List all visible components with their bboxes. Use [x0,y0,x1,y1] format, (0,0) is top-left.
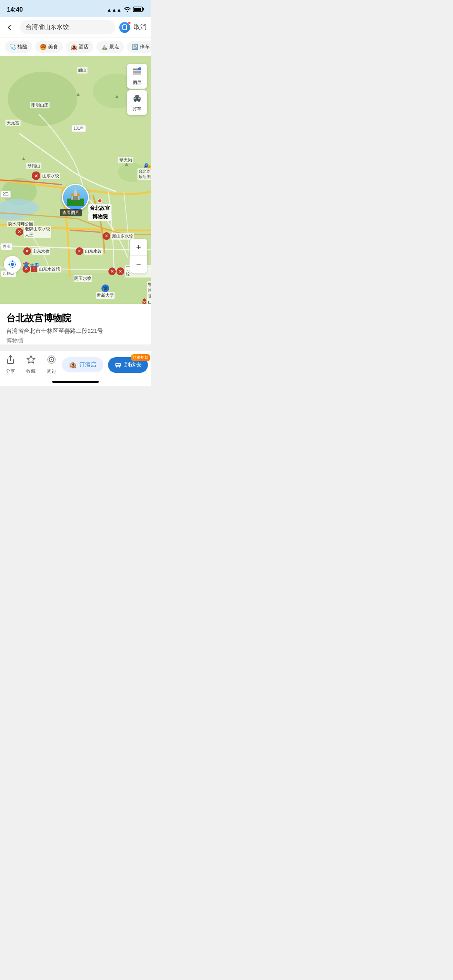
svg-point-39 [51,359,52,360]
voice-icon [119,22,130,33]
wifi-icon [124,7,131,13]
poi-shandong-main[interactable]: ✕ 山东水饺 [32,171,60,180]
taxi-label: 打车 [133,106,141,112]
zoom-out-button[interactable]: − [130,256,147,273]
search-bar: 台湾省山东水饺 取消 [0,17,151,38]
zoom-in-button[interactable]: + [130,239,147,256]
search-text: 台湾省山东水饺 [26,23,110,31]
taxi-button[interactable]: 打车 [127,90,147,115]
tab-tingche[interactable]: 🅿️ 停车 [127,41,151,53]
book-label: 订酒店 [79,361,96,368]
map-right-panel: ! 图层 打车 [127,64,147,115]
tab-jingdian[interactable]: ⛰️ 景点 [96,41,124,53]
collect-button[interactable]: 收藏 [21,355,41,375]
map-photo-label[interactable]: 查看图片 [60,209,82,216]
poi-aowan: 台北奥万大乐活庄园 [137,168,151,180]
road-2yi: 2乙 [1,191,11,198]
svg-point-35 [28,263,29,265]
detail-title: 台北故宫博物院 [6,312,145,324]
road-101: 101甲 [72,125,86,132]
location-icon [8,260,17,269]
svg-rect-49 [116,364,118,365]
poi-shandong2[interactable]: ✕ 山东水饺 [23,247,50,255]
luzha-icon: ✕ [142,298,146,304]
poi-shixin-label: 世新大学 [96,292,115,299]
shandong3-icon: ✕ [76,247,83,255]
layers-button[interactable]: ! 图层 [127,64,147,89]
back-arrow-icon [8,24,13,30]
status-bar: 14:40 ▲▲▲ [0,0,151,17]
poi-benshan: 崩山 [77,67,88,74]
detail-panel: 台北故宫博物院 台湾省台北市士林区至善路二段221号 博物馆 [0,304,151,344]
location-button[interactable] [4,256,21,273]
search-input-area[interactable]: 台湾省山东水饺 [20,20,115,34]
poi-laopai-label: 老牌山东水饺大王 [24,226,51,238]
nearby-label: 周边 [47,368,56,375]
map-photo-thumbnail[interactable] [62,184,89,211]
road-siyuan: 思源 [1,243,12,250]
cancel-button[interactable]: 取消 [134,23,146,31]
gugong-pin [98,199,102,203]
tab-tingche-label: 停车 [140,43,150,50]
mountain-2: ▲ [114,93,120,99]
book-icon: 🏨 [69,361,77,368]
battery-icon [133,7,144,13]
tab-hesuai[interactable]: 🩺 核酸 [5,41,32,53]
book-hotel-button[interactable]: 🏨 订酒店 [62,357,103,372]
map-area[interactable]: 崩山 阳明山庄 天元宫 101甲 金山财 ▲ ▲ ▲ 擎天岗 纱帽山 ▲ 🎭 台… [0,56,151,304]
poi-ayu[interactable]: 阿玉水饺 [74,275,92,282]
svg-point-48 [119,366,120,367]
fork-icon: ✕ [32,171,40,180]
tab-meishi-label: 美食 [48,43,58,50]
tab-jingdian-label: 景点 [109,43,119,50]
nearby-icon [47,355,56,367]
poi-yangming: 阳明山庄 [30,102,50,108]
svg-point-33 [24,262,28,268]
yujia-icon2: ✕ [117,267,124,275]
poi-shandong3-label: 山东水饺 [84,248,103,255]
home-bar [52,381,99,383]
bottom-actions: 分享 收藏 周边 🏨 订酒店 精准规划 [0,351,151,378]
svg-rect-25 [134,98,136,99]
poi-luzha[interactable]: ✕ 鲁咕噹 山东水饺 [142,281,151,304]
signal-icon: ▲▲▲ [106,7,122,13]
poi-shandong2-label: 山东水饺 [32,248,50,255]
status-time: 14:40 [7,6,23,13]
svg-point-47 [116,366,117,367]
svg-rect-50 [118,364,120,365]
svg-rect-19 [133,73,141,75]
svg-point-27 [11,263,14,266]
yujia-icon1: ✕ [108,267,116,275]
poi-qingtian: 擎天岗 [118,157,133,163]
meishi-icon: 🥮 [40,44,46,50]
poi-shandong3[interactable]: ✕ 山东水饺 [76,247,103,255]
filter-tabs: 🩺 核酸 🥮 美食 🏨 酒店 ⛰️ 景点 🅿️ 停车 [0,38,151,56]
poi-shamo: 纱帽山 [26,163,41,169]
poi-xin-label: 新山东水饺 [111,233,134,240]
zoom-controls: + − [130,239,147,273]
tab-hesuai-label: 核酸 [17,43,27,50]
back-button[interactable] [5,22,16,33]
tab-jiudian[interactable]: 🏨 酒店 [66,41,93,53]
voice-badge [128,21,131,24]
gugong-subtitle: 博物院 [88,212,112,221]
share-icon [6,355,15,367]
baidu-logo: 地图 [23,261,46,271]
collect-label: 收藏 [26,368,36,375]
nearby-button[interactable]: 周边 [41,355,62,375]
navigate-button[interactable]: 精准规划 到这去 [108,357,148,373]
tab-meishi[interactable]: 🥮 美食 [35,41,63,53]
share-button[interactable]: 分享 [0,355,21,375]
gugong-label-area[interactable]: 台北故宫 博物院 [88,199,112,221]
svg-rect-14 [73,196,78,200]
poi-xin[interactable]: ✕ 新山东水饺 [103,232,134,240]
poi-laopai[interactable]: ✕ 老牌山东水饺大王 [15,226,51,238]
svg-rect-2 [134,8,141,11]
svg-point-36 [23,263,25,265]
voice-button[interactable] [119,22,130,33]
taxi-icon [132,93,142,105]
svg-rect-26 [138,98,140,99]
shandong2-icon: ✕ [23,247,31,255]
poi-ayu-label: 阿玉水饺 [74,275,92,282]
detail-address: 台湾省台北市士林区至善路二段221号 [6,327,145,335]
